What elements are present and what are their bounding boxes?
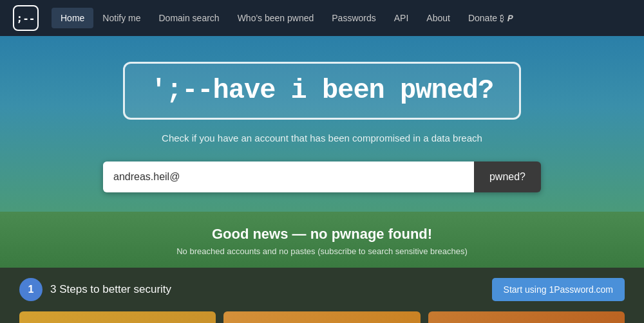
nav-item-notify[interactable]: Notify me [93,8,149,28]
result-section: Good news — no pwnage found! No breached… [0,212,644,268]
nav-item-passwords[interactable]: Passwords [323,8,384,28]
nav-item-about[interactable]: About [417,8,459,28]
promo-icon-text: 1 [28,284,34,295]
nav-item-home[interactable]: Home [52,8,93,28]
nav-link-passwords[interactable]: Passwords [323,8,384,28]
start-1password-button[interactable]: Start using 1Password.com [492,278,625,301]
pwned-button[interactable]: pwned? [474,162,541,192]
search-input[interactable] [103,162,474,192]
onepassword-icon: 1 [19,278,43,301]
promo-left: 1 3 Steps to better security [19,278,171,301]
nav-link-about[interactable]: About [417,8,459,28]
logo[interactable]: ;-- [13,5,39,31]
nav-link-api[interactable]: API [385,8,418,28]
result-subtext: No breached accounts and no pastes (subs… [13,246,631,256]
nav-item-donate[interactable]: Donate ₿ 𝙋 [459,8,522,29]
card-1 [19,311,216,323]
nav-link-donate[interactable]: Donate ₿ 𝙋 [459,8,522,29]
navbar: ;-- Home Notify me Domain search Who's b… [0,0,644,36]
nav-item-api[interactable]: API [385,8,418,28]
promo-section: 1 3 Steps to better security Start using… [0,268,644,311]
hero-title-box: ';--have i been pwned? [123,62,522,120]
hero-section: ';--have i been pwned? Check if you have… [0,36,644,212]
nav-menu: Home Notify me Domain search Who's been … [52,8,522,29]
nav-link-home[interactable]: Home [52,8,93,28]
cards-section [0,311,644,323]
hero-subtitle: Check if you have an account that has be… [162,133,482,143]
hero-title: ';--have i been pwned? [151,75,494,106]
nav-link-domain[interactable]: Domain search [149,8,228,28]
promo-text: 3 Steps to better security [50,283,171,296]
card-3 [428,311,625,323]
logo-text: ;-- [17,12,35,24]
card-2 [223,311,420,323]
result-headline: Good news — no pwnage found! [13,226,631,243]
nav-item-whosbeen[interactable]: Who's been pwned [229,8,323,28]
nav-link-notify[interactable]: Notify me [93,8,149,28]
search-bar: pwned? [103,162,541,192]
nav-link-whosbeen[interactable]: Who's been pwned [229,8,323,28]
nav-item-domain[interactable]: Domain search [149,8,228,28]
